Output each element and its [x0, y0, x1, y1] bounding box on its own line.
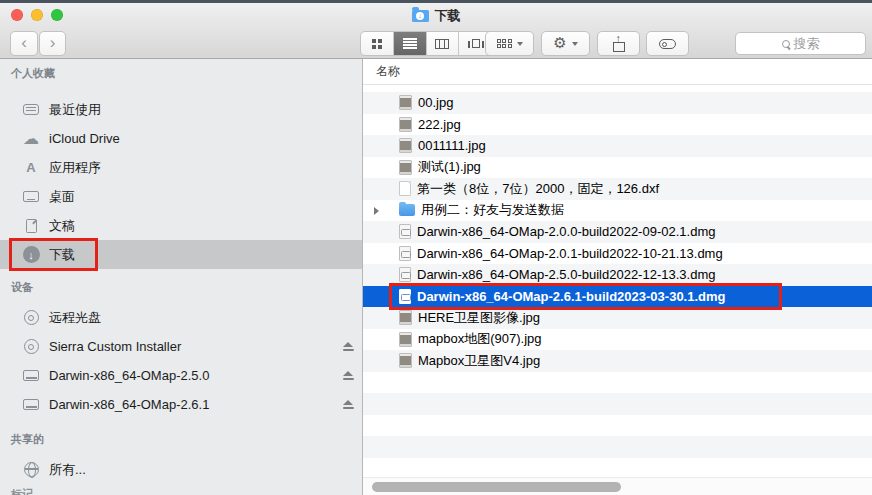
file-row[interactable]: mapbox地图(907).jpg — [363, 329, 872, 351]
gear-icon: ⚙ — [553, 36, 566, 51]
file-row[interactable]: 0011111.jpg — [363, 135, 872, 157]
file-row[interactable]: 第一类（8位，7位）2000，固定，126.dxf — [363, 178, 872, 200]
sidebar-item-label: Darwin-x86_64-OMap-2.5.0 — [49, 368, 209, 383]
sidebar-item-label: 下载 — [49, 246, 75, 264]
file-name: 0011111.jpg — [418, 138, 486, 153]
sidebar-section-label: 个人收藏 — [0, 66, 362, 81]
column-view-button[interactable] — [427, 32, 460, 55]
sidebar-item-label: 桌面 — [49, 188, 75, 206]
tag-icon — [659, 39, 676, 49]
file-row[interactable]: 用例二：好友与发送数据 — [363, 200, 872, 222]
jpg-file-icon — [399, 95, 412, 110]
desktop-icon — [22, 188, 40, 206]
sidebar-item-label: 最近使用 — [49, 101, 101, 119]
sidebar-item-darwin-omap-250[interactable]: Darwin-x86_64-OMap-2.5.0 — [0, 361, 362, 390]
sidebar-section-label-tags: 标记 — [11, 487, 33, 495]
disc-icon — [22, 309, 40, 327]
download-icon: ↓ — [22, 246, 40, 264]
sidebar-section: 设备远程光盘Sierra Custom InstallerDarwin-x86_… — [0, 280, 362, 419]
horizontal-scrollbar-thumb[interactable] — [372, 482, 621, 492]
sidebar-section: 个人收藏最近使用☁iCloud DriveA应用程序桌面文稿↓下载 — [0, 66, 362, 269]
forward-button[interactable]: › — [39, 31, 66, 56]
list-view-button[interactable] — [394, 32, 427, 55]
sidebar-section-label: 设备 — [0, 280, 362, 295]
dmg-file-icon — [399, 224, 411, 239]
sidebar: 个人收藏最近使用☁iCloud DriveA应用程序桌面文稿↓下载设备远程光盘S… — [0, 59, 363, 495]
file-row[interactable]: 测试(1).jpg — [363, 157, 872, 179]
search-input[interactable]: 搜索 — [735, 32, 866, 55]
eject-icon[interactable] — [343, 342, 354, 351]
empty-row — [363, 436, 872, 458]
sidebar-item-downloads[interactable]: ↓下载 — [0, 240, 362, 269]
file-name: 用例二：好友与发送数据 — [421, 201, 564, 219]
file-name: Mapbox卫星图V4.jpg — [418, 352, 540, 370]
file-row[interactable]: Darwin-x86_64-OMap-2.6.1-build2023-03-30… — [363, 286, 872, 308]
dmg-file-icon — [399, 289, 411, 304]
documents-icon — [22, 217, 40, 235]
applications-icon: A — [22, 159, 40, 177]
jpg-file-icon — [399, 353, 412, 368]
file-name: 00.jpg — [418, 95, 453, 110]
dmg-file-icon — [399, 246, 411, 261]
sidebar-item-all-shared[interactable]: 所有... — [0, 455, 362, 484]
jpg-file-icon — [399, 332, 412, 347]
file-name: HERE卫星图影像.jpg — [418, 309, 540, 327]
recents-icon — [22, 101, 40, 119]
sidebar-item-recents[interactable]: 最近使用 — [0, 95, 362, 124]
action-menu-button[interactable]: ⚙ — [541, 31, 590, 56]
file-name: Darwin-x86_64-OMap-2.0.0-build2022-09-02… — [417, 224, 715, 239]
icon-view-button[interactable] — [361, 32, 394, 55]
file-row[interactable]: Mapbox卫星图V4.jpg — [363, 350, 872, 372]
tag-button[interactable] — [646, 31, 689, 56]
chevron-right-icon: › — [50, 34, 56, 53]
file-row[interactable]: Darwin-x86_64-OMap-2.0.1-build2022-10-21… — [363, 243, 872, 265]
file-row[interactable]: HERE卫星图影像.jpg — [363, 307, 872, 329]
file-name: Darwin-x86_64-OMap-2.6.1-build2023-03-30… — [417, 289, 726, 304]
chevron-left-icon: ‹ — [21, 34, 27, 53]
share-button[interactable] — [597, 31, 640, 56]
disclosure-triangle-icon[interactable] — [374, 207, 379, 215]
name-column-header[interactable]: 名称 — [363, 63, 400, 80]
disc-icon — [22, 338, 40, 356]
main-area: 个人收藏最近使用☁iCloud DriveA应用程序桌面文稿↓下载设备远程光盘S… — [0, 59, 872, 495]
chevron-down-icon — [517, 42, 523, 46]
list-view-icon — [403, 38, 417, 49]
jpg-file-icon — [399, 138, 412, 153]
file-row[interactable]: 222.jpg — [363, 114, 872, 136]
jpg-file-icon — [399, 160, 412, 175]
sidebar-item-desktop[interactable]: 桌面 — [0, 182, 362, 211]
back-button[interactable]: ‹ — [10, 31, 38, 56]
sidebar-item-icloud-drive[interactable]: ☁iCloud Drive — [0, 124, 362, 153]
sidebar-item-label: iCloud Drive — [49, 131, 120, 146]
file-row[interactable]: Darwin-x86_64-OMap-2.5.0-build2022-12-13… — [363, 264, 872, 286]
sidebar-item-applications[interactable]: A应用程序 — [0, 153, 362, 182]
file-name: 第一类（8位，7位）2000，固定，126.dxf — [417, 180, 659, 198]
file-name: Darwin-x86_64-OMap-2.0.1-build2022-10-21… — [417, 246, 723, 261]
file-name: 222.jpg — [418, 117, 461, 132]
group-grid-icon — [497, 39, 512, 48]
finder-window: 下载 ‹ › — [0, 0, 872, 495]
downloads-folder-proxy-icon[interactable] — [412, 10, 429, 22]
gallery-view-icon — [472, 39, 480, 48]
sidebar-item-darwin-omap-261[interactable]: Darwin-x86_64-OMap-2.6.1 — [0, 390, 362, 419]
horizontal-scrollbar — [363, 477, 872, 495]
sidebar-item-documents[interactable]: 文稿 — [0, 211, 362, 240]
globe-icon — [22, 461, 40, 479]
file-row[interactable]: Darwin-x86_64-OMap-2.0.0-build2022-09-02… — [363, 221, 872, 243]
titlebar: 下载 — [0, 7, 872, 24]
sidebar-item-sierra-custom-installer[interactable]: Sierra Custom Installer — [0, 332, 362, 361]
sidebar-section: 共享的所有... — [0, 432, 362, 484]
icon-view-icon — [372, 39, 382, 49]
folder-file-icon — [399, 204, 415, 216]
sidebar-item-remote-disc[interactable]: 远程光盘 — [0, 303, 362, 332]
search-placeholder: 搜索 — [794, 35, 820, 53]
group-by-button[interactable] — [485, 31, 534, 56]
column-view-icon — [435, 39, 449, 49]
file-row[interactable]: 00.jpg — [363, 92, 872, 114]
empty-row — [363, 415, 872, 437]
file-list-pane: 名称 00.jpg222.jpg0011111.jpg测试(1).jpg第一类（… — [363, 59, 872, 495]
eject-icon[interactable] — [343, 371, 354, 380]
eject-icon[interactable] — [343, 400, 354, 409]
list-header: 名称 — [363, 59, 872, 85]
jpg-file-icon — [399, 117, 412, 132]
